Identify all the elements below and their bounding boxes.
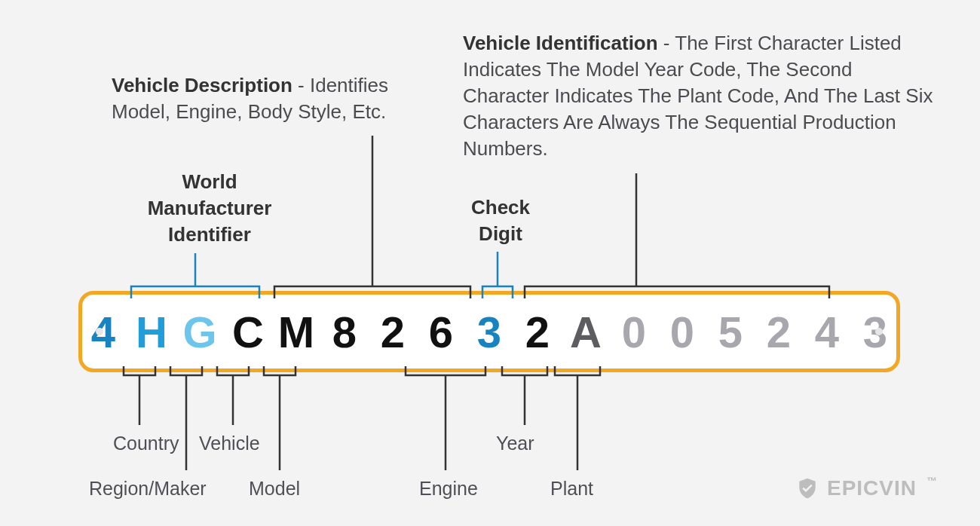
vin-char: 0 — [612, 307, 656, 357]
vin-characters: 4HGCM82632A005243 — [81, 307, 897, 357]
vin-char: H — [130, 307, 173, 357]
sub-engine: Engine — [419, 478, 478, 500]
vis-label: Vehicle Identification - The First Chara… — [463, 30, 942, 162]
sub-vehicle: Vehicle — [199, 433, 260, 454]
sub-region: Region/Maker — [89, 478, 207, 500]
vin-char: 4 — [81, 307, 125, 357]
vin-char: 0 — [660, 307, 704, 357]
vin-char: 8 — [323, 307, 366, 357]
vin-char: M — [274, 307, 318, 357]
vin-char: G — [178, 307, 222, 357]
vin-char: 3 — [467, 307, 511, 357]
sub-model: Model — [249, 478, 300, 500]
sub-plant: Plant — [550, 478, 593, 500]
vis-title: Vehicle Identification — [463, 32, 658, 54]
vin-char: 6 — [419, 307, 463, 357]
vin-char: 2 — [371, 307, 415, 357]
sub-country: Country — [113, 433, 179, 454]
vin-char: 3 — [853, 307, 897, 357]
brand-name: EPICVIN — [827, 476, 917, 500]
vds-title: Vehicle Description — [112, 74, 292, 96]
check-label: Check Digit — [455, 194, 546, 247]
vin-char: A — [564, 307, 608, 357]
vin-char: 4 — [805, 307, 849, 357]
vin-char: 2 — [757, 307, 801, 357]
shield-check-icon — [795, 476, 819, 500]
brand-watermark: EPICVIN™ — [795, 476, 938, 500]
vin-char: 2 — [516, 307, 559, 357]
vin-plate: 4HGCM82632A005243 — [78, 291, 900, 372]
vds-label: Vehicle Description - Identifies Model, … — [112, 72, 428, 125]
wmi-label: World Manufacturer Identifier — [134, 169, 285, 248]
vin-char: 5 — [709, 307, 752, 357]
brand-tm: ™ — [926, 475, 938, 487]
vin-char: C — [226, 307, 270, 357]
sub-year: Year — [496, 433, 534, 454]
